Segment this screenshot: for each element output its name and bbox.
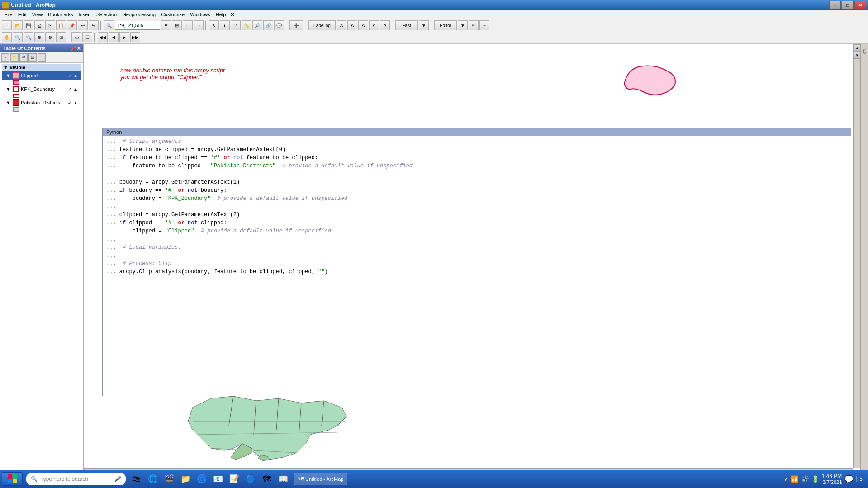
toc-close-icon[interactable]: ✕ <box>77 46 81 51</box>
fast-dropdown[interactable]: ▼ <box>419 20 429 30</box>
label4[interactable]: A <box>369 20 379 30</box>
map-area[interactable]: now double enter to run this arcpy scrip… <box>84 44 861 476</box>
menu-bookmarks[interactable]: Bookmarks <box>45 11 76 18</box>
taskbar-clock[interactable]: 1:46 PM 3/7/2021 <box>822 473 842 485</box>
taskbar-chrome-app[interactable]: 🌀 <box>194 472 209 486</box>
save-btn[interactable]: 💾 <box>24 20 33 30</box>
toc-visibility-btn[interactable]: 👁 <box>19 53 28 62</box>
menu-selection[interactable]: Selection <box>94 11 119 18</box>
menu-view[interactable]: View <box>29 11 46 18</box>
minimize-button[interactable]: − <box>829 1 841 9</box>
scale-dropdown-btn[interactable]: ▼ <box>161 20 171 30</box>
layout-nav3[interactable]: ▶ <box>119 32 129 42</box>
open-btn[interactable]: 📂 <box>13 20 23 30</box>
taskbar-ie2-app[interactable]: 🔵 <box>243 472 258 486</box>
toc-visible-expand[interactable]: ▼ <box>3 65 8 70</box>
layer-kpk-visibility[interactable]: ✓ <box>68 87 71 92</box>
mic-icon[interactable]: 🎤 <box>114 476 121 482</box>
fixed-zoom-in-btn[interactable]: ⊕ <box>34 32 44 42</box>
edit-more-btn[interactable]: ⋯ <box>479 20 489 30</box>
label3[interactable]: A <box>358 20 368 30</box>
full-extent-btn[interactable]: ⊞ <box>172 20 182 30</box>
tray-expand-icon[interactable]: ∧ <box>784 476 788 482</box>
taskbar-reader-app[interactable]: 📖 <box>276 472 290 486</box>
map-vertical-scrollbar[interactable]: ▲ ▼ <box>853 44 860 468</box>
layer-clipped-visibility[interactable]: ✓ <box>68 73 71 78</box>
cut-btn[interactable]: ✂ <box>45 20 55 30</box>
tray-battery-icon[interactable]: 🔋 <box>811 475 819 483</box>
layer-pakistan-expand[interactable]: ▼ <box>6 100 11 105</box>
measure-btn[interactable]: 📏 <box>242 20 251 30</box>
menu-edit[interactable]: Edit <box>15 11 29 18</box>
ext-btn[interactable]: ⊡ <box>56 32 66 42</box>
layer-clipped[interactable]: ▼ Clipped ✓ ▲ <box>2 71 81 80</box>
menu-file[interactable]: File <box>2 11 15 18</box>
taskbar-map-app[interactable]: 🗺 <box>260 472 274 486</box>
taskbar-search[interactable]: 🔍 Type here to search 🎤 <box>26 473 126 485</box>
toc-list-btn[interactable]: ≡ <box>1 53 9 62</box>
taskbar-vlc-app[interactable]: 🎬 <box>162 472 176 486</box>
label1[interactable]: A <box>337 20 346 30</box>
hyperlink-btn[interactable]: 🔗 <box>263 20 273 30</box>
layout-nav2[interactable]: ◀ <box>109 32 119 42</box>
toc-options-btn[interactable]: ⋮ <box>38 53 46 62</box>
python-body[interactable]: ... # Script arguments ... feature_to_be… <box>103 136 851 393</box>
menu-customize[interactable]: Customize <box>158 11 187 18</box>
arcmap-taskbar-btn[interactable]: 🗺 Untitled - ArcMap <box>294 473 347 485</box>
add-data-btn[interactable]: ➕ <box>289 20 303 30</box>
layer-pakistan-expand2[interactable]: ▲ <box>73 100 78 105</box>
layout-nav1[interactable]: ◀◀ <box>98 32 108 42</box>
zoom-in2-btn[interactable]: 🔍 <box>13 32 23 42</box>
scale-input[interactable] <box>115 21 160 30</box>
fast-btn[interactable]: Fast <box>395 20 418 30</box>
zoom-out-btn[interactable]: 🔍 <box>24 32 33 42</box>
maximize-button[interactable]: □ <box>842 1 854 9</box>
zoom-in-btn[interactable]: 🔍 <box>104 20 114 30</box>
editor-btn[interactable]: Editor <box>434 20 457 30</box>
redo-btn[interactable]: ↪ <box>89 20 99 30</box>
taskbar-explorer-app[interactable]: 📁 <box>178 472 193 486</box>
label5[interactable]: A <box>380 20 390 30</box>
new-btn[interactable]: 📄 <box>2 20 12 30</box>
paste-btn[interactable]: 📌 <box>67 20 77 30</box>
print-btn[interactable]: 🖨 <box>34 20 44 30</box>
layer-kpk-expand[interactable]: ▼ <box>6 86 11 92</box>
layer-kpk[interactable]: ▼ KPK_Boundary ✓ ▲ <box>2 85 81 94</box>
taskbar-outlook-app[interactable]: 📧 <box>211 472 225 486</box>
editor-dropdown[interactable]: ▼ <box>458 20 468 30</box>
layer-clipped-expand2[interactable]: ▲ <box>73 73 78 78</box>
toc-pin-icon[interactable]: 📌 <box>71 46 76 51</box>
select-btn[interactable]: ↖ <box>209 20 219 30</box>
menu-geoprocessing[interactable]: Geoprocessing <box>119 11 158 18</box>
find-btn[interactable]: 🔎 <box>252 20 262 30</box>
notification-icon[interactable]: 💬 <box>844 475 854 483</box>
close-button[interactable]: ✕ <box>854 1 866 9</box>
layer-pakistan-visibility[interactable]: ✓ <box>68 100 71 105</box>
show-desktop-icon[interactable]: 5 <box>856 476 863 482</box>
toc-select-btn[interactable]: ☑ <box>28 53 37 62</box>
select-features-btn[interactable]: ▭ <box>71 32 81 42</box>
sketch-btn[interactable]: ✏ <box>469 20 479 30</box>
tray-network-icon[interactable]: 📶 <box>791 475 798 483</box>
clear-selection-btn[interactable]: ☐ <box>82 32 92 42</box>
layout-nav4[interactable]: ▶▶ <box>130 32 140 42</box>
toc-visible-header[interactable]: ▼ Visible <box>2 64 81 71</box>
start-button[interactable] <box>2 472 23 486</box>
layer-kpk-expand2[interactable]: ▲ <box>73 87 78 92</box>
undo-btn[interactable]: ↩ <box>78 20 88 30</box>
info-btn[interactable]: ℹ <box>220 20 230 30</box>
pan-btn[interactable]: ✋ <box>2 32 12 42</box>
taskbar-store-app[interactable]: 🛍 <box>129 472 144 486</box>
taskbar-ie-app[interactable]: 🌐 <box>146 472 160 486</box>
taskbar-word-app[interactable]: 📝 <box>227 472 242 486</box>
copy-btn[interactable]: 📋 <box>56 20 66 30</box>
zoom-prev-btn[interactable]: ← <box>183 20 193 30</box>
tray-speaker-icon[interactable]: 🔊 <box>801 475 809 483</box>
menu-help[interactable]: Help <box>213 11 229 18</box>
menu-insert[interactable]: Insert <box>76 11 94 18</box>
layer-pakistan[interactable]: ▼ Pakistan_Districts ✓ ▲ <box>2 98 81 107</box>
layer-clipped-expand[interactable]: ▼ <box>6 73 11 78</box>
identify-btn[interactable]: ? <box>231 20 241 30</box>
labeling-btn[interactable]: Labeling <box>308 20 336 30</box>
toc-source-btn[interactable]: 📁 <box>10 53 19 62</box>
